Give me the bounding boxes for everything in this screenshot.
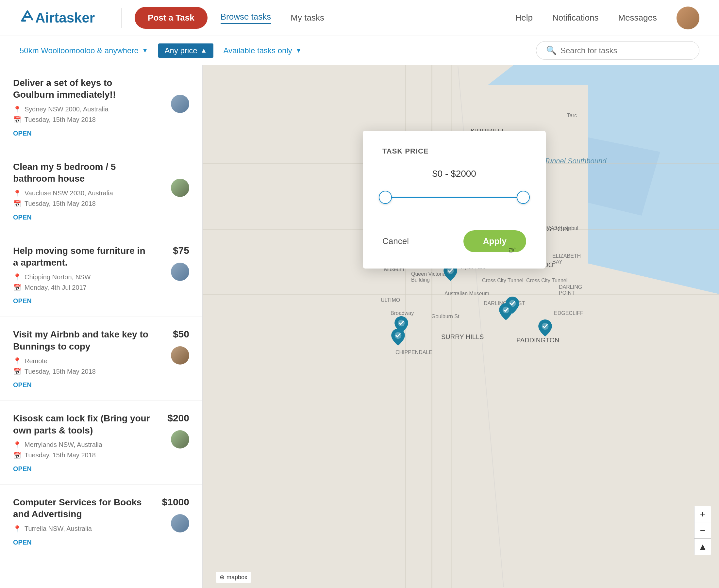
slider-thumb-min[interactable] (379, 191, 392, 204)
subheader: 50km Woolloomooloo & anywhere ▼ Any pric… (0, 36, 719, 65)
notifications-link[interactable]: Notifications (552, 13, 599, 23)
task-date: 📅 Monday, 4th Jul 2017 (13, 284, 189, 291)
avatar-image (677, 6, 699, 29)
task-location: 📍 Merrylands NSW, Australia (13, 441, 189, 449)
task-title: Help moving some furniture in a apartmen… (13, 245, 189, 269)
task-item[interactable]: $1000 Computer Services for Books and Ad… (0, 485, 202, 558)
task-location: 📍 Turrella NSW, Australia (13, 525, 189, 533)
task-title: Kisosk cam lock fix (Bring your own part… (13, 413, 189, 436)
reset-north-button[interactable]: ▲ (695, 539, 711, 555)
task-location: 📍 Chipping Norton, NSW (13, 273, 189, 281)
task-avatar (171, 346, 189, 364)
header: Airtasker Post a Task Browse tasks My ta… (0, 0, 719, 36)
mapbox-compass-icon: ⊕ (220, 574, 225, 581)
task-status: OPEN (13, 539, 32, 546)
task-title: Visit my Airbnb and take key to Bunnings… (13, 329, 189, 353)
calendar-icon: 📅 (13, 284, 21, 291)
calendar-icon: 📅 (13, 368, 21, 375)
task-price: $1000 (162, 497, 189, 508)
location-filter-button[interactable]: 50km Woolloomooloo & anywhere ▼ (20, 43, 148, 59)
messages-link[interactable]: Messages (618, 13, 657, 23)
task-avatar (171, 514, 189, 532)
location-icon: 📍 (13, 441, 21, 449)
task-price: $200 (167, 413, 189, 424)
map-pin[interactable] (499, 303, 513, 320)
nav-my-tasks[interactable]: My tasks (290, 13, 324, 23)
map-pin[interactable] (391, 329, 405, 345)
task-item[interactable]: Deliver a set of keys to Goulburn immedi… (0, 65, 202, 149)
calendar-icon: 📅 (13, 451, 21, 459)
help-link[interactable]: Help (515, 13, 532, 23)
task-avatar (171, 95, 189, 113)
task-date: 📅 Tuesday, 15th May 2018 (13, 200, 189, 208)
map-pin[interactable] (538, 319, 552, 336)
task-status: OPEN (13, 297, 32, 305)
dropdown-divider (383, 217, 526, 217)
task-avatar (171, 262, 189, 281)
task-title: Clean my 5 bedroom / 5 bathroom house (13, 161, 189, 185)
calendar-icon: 📅 (13, 116, 21, 124)
task-price: $75 (173, 245, 189, 256)
location-icon: 📍 (13, 106, 21, 113)
task-title: Deliver a set of keys to Goulburn immedi… (13, 77, 189, 101)
price-filter-label: Any price (165, 46, 198, 55)
task-status: OPEN (13, 465, 32, 473)
task-location: 📍 Remote (13, 357, 189, 365)
main-content: Deliver a set of keys to Goulburn immedi… (0, 65, 719, 588)
price-range-label: $0 - $2000 (383, 169, 526, 179)
price-dropdown: TASK PRICE $0 - $2000 Cancel Apply ☞ (363, 131, 546, 269)
logo-icon (20, 10, 35, 26)
task-item[interactable]: $75 Help moving some furniture in a apar… (0, 233, 202, 317)
task-item[interactable]: $200 Kisosk cam lock fix (Bring your own… (0, 401, 202, 485)
nav-browse-tasks[interactable]: Browse tasks (221, 12, 271, 24)
search-input[interactable] (560, 46, 689, 55)
calendar-icon: 📅 (13, 200, 21, 208)
search-box: 🔍 (536, 41, 699, 60)
post-task-button[interactable]: Post a Task (135, 7, 207, 29)
map-controls: + − ▲ (694, 506, 711, 555)
dropdown-actions: Cancel Apply ☞ (383, 230, 526, 252)
apply-button-wrapper: Apply ☞ (464, 230, 526, 252)
task-date: 📅 Tuesday, 15th May 2018 (13, 116, 189, 124)
zoom-out-button[interactable]: − (695, 522, 711, 539)
task-avatar (171, 430, 189, 448)
location-icon: 📍 (13, 273, 21, 281)
header-divider (121, 8, 122, 28)
mapbox-logo: ⊕ mapbox (216, 572, 251, 583)
availability-filter-button[interactable]: Available tasks only ▼ (223, 43, 302, 59)
slider-thumb-max[interactable] (517, 191, 530, 204)
map-attribution: ⊕ mapbox (216, 572, 251, 583)
apply-button[interactable]: Apply (464, 230, 526, 252)
logo: Airtasker (20, 10, 95, 26)
task-item[interactable]: Clean my 5 bedroom / 5 bathroom house 📍 … (0, 149, 202, 233)
slider-track (383, 197, 526, 198)
price-caret-icon: ▲ (201, 47, 207, 54)
svg-rect-0 (21, 20, 26, 22)
map-area: Sydney KIRRIBILLI MILLERSPOINT THE ROCKS… (203, 65, 719, 588)
location-icon: 📍 (13, 525, 21, 533)
task-item[interactable]: $50 Visit my Airbnb and take key to Bunn… (0, 317, 202, 401)
task-price: $50 (173, 329, 189, 340)
price-slider[interactable] (383, 191, 526, 204)
search-icon: 🔍 (546, 45, 557, 56)
task-avatar (171, 179, 189, 197)
dropdown-title: TASK PRICE (383, 147, 526, 155)
zoom-in-button[interactable]: + (695, 506, 711, 522)
road-horizontal (203, 294, 719, 295)
logo-text: Airtasker (35, 10, 95, 26)
availability-filter-label: Available tasks only (223, 46, 292, 55)
main-nav: Browse tasks My tasks (221, 12, 324, 24)
task-list: Deliver a set of keys to Goulburn immedi… (0, 65, 203, 588)
task-location: 📍 Sydney NSW 2000, Australia (13, 106, 189, 113)
price-filter-button[interactable]: Any price ▲ (158, 43, 214, 58)
user-avatar[interactable] (677, 6, 699, 29)
location-icon: 📍 (13, 189, 21, 197)
availability-caret-icon: ▼ (295, 47, 302, 54)
task-date: 📅 Tuesday, 15th May 2018 (13, 368, 189, 375)
cancel-button[interactable]: Cancel (383, 236, 409, 246)
location-filter-label: 50km Woolloomooloo & anywhere (20, 46, 139, 55)
location-icon: 📍 (13, 357, 21, 365)
location-caret-icon: ▼ (142, 47, 148, 54)
header-right: Help Notifications Messages (515, 6, 699, 29)
task-location: 📍 Vaucluse NSW 2030, Australia (13, 189, 189, 197)
